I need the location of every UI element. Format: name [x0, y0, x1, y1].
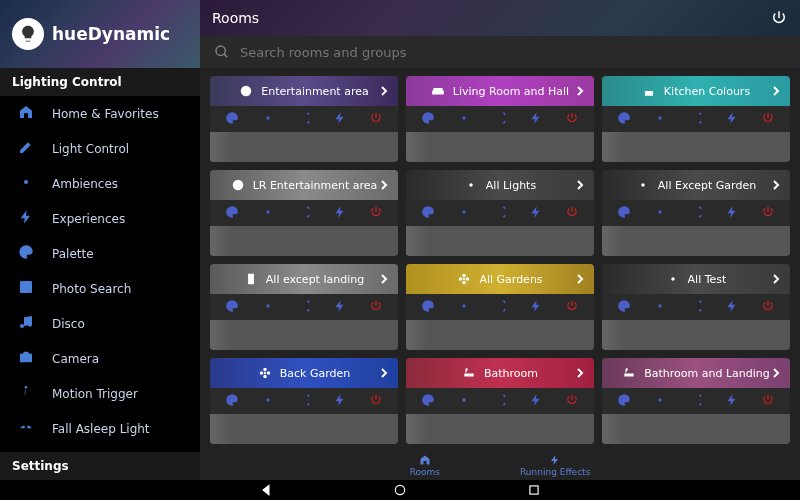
sidebar-item-6[interactable]: Disco — [0, 306, 200, 341]
palette-icon[interactable] — [617, 392, 631, 411]
palette-icon[interactable] — [225, 110, 239, 129]
brightness-slider[interactable] — [406, 320, 594, 350]
settings-icon[interactable] — [261, 204, 275, 223]
shuffle-icon[interactable] — [493, 204, 507, 223]
shuffle-icon[interactable] — [493, 392, 507, 411]
settings-icon[interactable] — [457, 392, 471, 411]
sidebar-item-7[interactable]: Camera — [0, 341, 200, 376]
palette-icon[interactable] — [617, 110, 631, 129]
bolt-icon[interactable] — [333, 204, 347, 223]
bolt-icon[interactable] — [333, 392, 347, 411]
bolt-icon[interactable] — [725, 392, 739, 411]
settings-icon[interactable] — [457, 110, 471, 129]
brightness-slider[interactable] — [602, 320, 790, 350]
bolt-icon[interactable] — [529, 204, 543, 223]
brightness-slider[interactable] — [602, 226, 790, 256]
settings-icon[interactable] — [457, 298, 471, 317]
palette-icon[interactable] — [421, 110, 435, 129]
brightness-slider[interactable] — [210, 414, 398, 444]
sidebar-item-5[interactable]: Photo Search — [0, 271, 200, 306]
palette-icon[interactable] — [617, 298, 631, 317]
back-icon[interactable] — [259, 483, 273, 497]
power-icon[interactable] — [770, 9, 788, 27]
room-header[interactable]: All Except Garden — [602, 170, 790, 200]
room-header[interactable]: LR Entertainment area — [210, 170, 398, 200]
power-icon[interactable] — [565, 392, 579, 411]
nav-rooms[interactable]: Rooms — [410, 454, 440, 477]
room-header[interactable]: Bathroom and Landing — [602, 358, 790, 388]
settings-icon[interactable] — [261, 392, 275, 411]
room-header[interactable]: All Lights — [406, 170, 594, 200]
bolt-icon[interactable] — [333, 298, 347, 317]
brightness-slider[interactable] — [602, 132, 790, 162]
room-header[interactable]: Bathroom — [406, 358, 594, 388]
settings-icon[interactable] — [261, 298, 275, 317]
brightness-slider[interactable] — [210, 226, 398, 256]
shuffle-icon[interactable] — [689, 110, 703, 129]
settings-icon[interactable] — [457, 204, 471, 223]
palette-icon[interactable] — [617, 204, 631, 223]
settings-icon[interactable] — [653, 110, 667, 129]
room-header[interactable]: All Gardens — [406, 264, 594, 294]
palette-icon[interactable] — [225, 392, 239, 411]
room-header[interactable]: All except landing — [210, 264, 398, 294]
shuffle-icon[interactable] — [297, 110, 311, 129]
power-icon[interactable] — [369, 204, 383, 223]
nav-effects[interactable]: Running Effects — [520, 454, 590, 477]
power-icon[interactable] — [761, 204, 775, 223]
power-icon[interactable] — [369, 392, 383, 411]
home-icon[interactable] — [393, 483, 407, 497]
power-icon[interactable] — [565, 110, 579, 129]
sidebar-item-4[interactable]: Palette — [0, 236, 200, 271]
bolt-icon[interactable] — [529, 110, 543, 129]
shuffle-icon[interactable] — [493, 298, 507, 317]
bolt-icon[interactable] — [529, 298, 543, 317]
power-icon[interactable] — [761, 298, 775, 317]
settings-icon[interactable] — [653, 392, 667, 411]
bolt-icon[interactable] — [725, 110, 739, 129]
power-icon[interactable] — [369, 110, 383, 129]
power-icon[interactable] — [761, 392, 775, 411]
rooms-scroll[interactable]: Entertainment area Living Room and Hall … — [200, 68, 800, 450]
bolt-icon[interactable] — [333, 110, 347, 129]
sidebar-item-3[interactable]: Experiences — [0, 201, 200, 236]
power-icon[interactable] — [761, 110, 775, 129]
shuffle-icon[interactable] — [689, 298, 703, 317]
sidebar-item-2[interactable]: Ambiences — [0, 166, 200, 201]
shuffle-icon[interactable] — [689, 204, 703, 223]
settings-icon[interactable] — [653, 298, 667, 317]
room-header[interactable]: Living Room and Hall — [406, 76, 594, 106]
brightness-slider[interactable] — [406, 132, 594, 162]
bolt-icon[interactable] — [529, 392, 543, 411]
search-input[interactable] — [240, 45, 786, 60]
power-icon[interactable] — [565, 298, 579, 317]
brightness-slider[interactable] — [406, 414, 594, 444]
settings-icon[interactable] — [261, 110, 275, 129]
palette-icon[interactable] — [225, 204, 239, 223]
brightness-slider[interactable] — [406, 226, 594, 256]
bolt-icon[interactable] — [725, 204, 739, 223]
bolt-icon[interactable] — [725, 298, 739, 317]
shuffle-icon[interactable] — [493, 110, 507, 129]
room-header[interactable]: Entertainment area — [210, 76, 398, 106]
brightness-slider[interactable] — [602, 414, 790, 444]
sidebar-item-8[interactable]: Motion Trigger — [0, 376, 200, 411]
settings-icon[interactable] — [653, 204, 667, 223]
palette-icon[interactable] — [421, 392, 435, 411]
power-icon[interactable] — [565, 204, 579, 223]
palette-icon[interactable] — [421, 204, 435, 223]
sidebar-item-9[interactable]: Fall Asleep Light — [0, 411, 200, 446]
shuffle-icon[interactable] — [297, 392, 311, 411]
room-header[interactable]: All Test — [602, 264, 790, 294]
brightness-slider[interactable] — [210, 132, 398, 162]
palette-icon[interactable] — [421, 298, 435, 317]
room-header[interactable]: Kitchen Colours — [602, 76, 790, 106]
brightness-slider[interactable] — [210, 320, 398, 350]
shuffle-icon[interactable] — [297, 204, 311, 223]
sidebar-item-0[interactable]: Home & Favorites — [0, 96, 200, 131]
power-icon[interactable] — [369, 298, 383, 317]
recent-icon[interactable] — [527, 483, 541, 497]
palette-icon[interactable] — [225, 298, 239, 317]
room-header[interactable]: Back Garden — [210, 358, 398, 388]
shuffle-icon[interactable] — [297, 298, 311, 317]
